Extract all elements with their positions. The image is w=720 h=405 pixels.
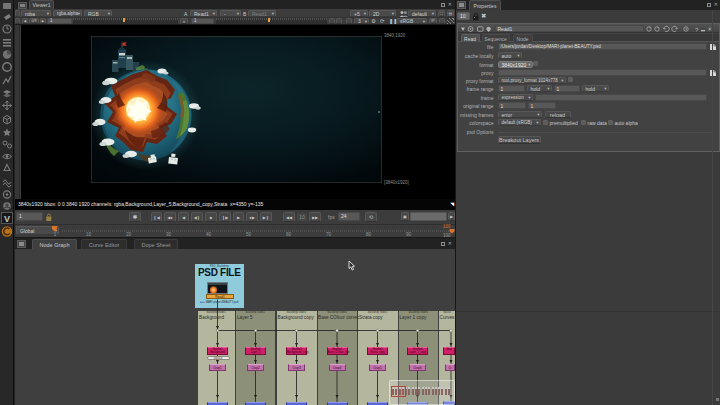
svg-text:?: ? — [695, 26, 699, 32]
svg-text:✕: ✕ — [707, 26, 712, 32]
svg-text:V: V — [4, 214, 10, 224]
